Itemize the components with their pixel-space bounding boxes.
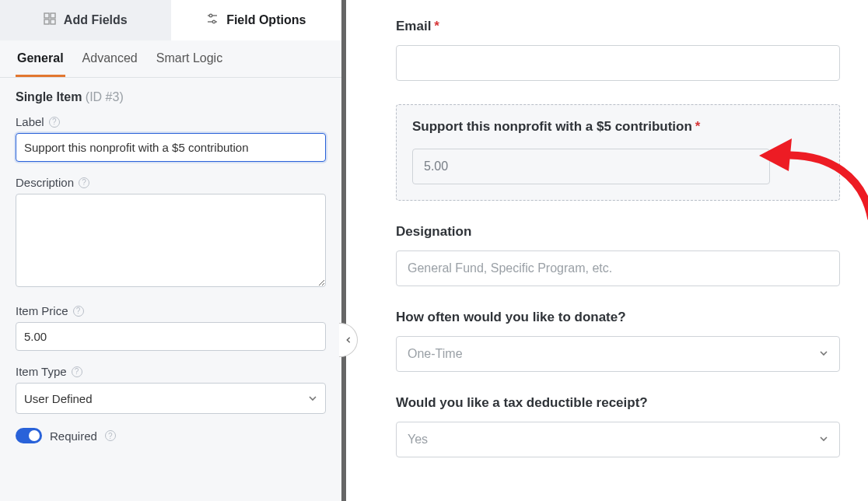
help-icon[interactable]: ?	[49, 117, 60, 128]
email-field[interactable]: Email*	[396, 19, 840, 81]
svg-rect-3	[51, 19, 55, 24]
label-field-group: Label ?	[16, 115, 326, 162]
tab-field-options[interactable]: Field Options	[171, 0, 342, 40]
options-sidebar: Add Fields Field Options General Advance…	[0, 0, 346, 501]
item-price-label: Item Price	[16, 304, 68, 317]
svg-point-5	[209, 14, 212, 17]
form-preview: Email* Support this nonprofit with a $5 …	[346, 0, 868, 501]
help-icon[interactable]: ?	[72, 366, 82, 377]
item-heading-name: Single Item	[16, 90, 82, 103]
tab-field-options-label: Field Options	[226, 13, 306, 27]
receipt-field-label: Would you like a tax deductible receipt?	[396, 395, 840, 411]
description-field-label-row: Description ?	[16, 176, 326, 189]
item-heading: Single Item (ID #3)	[16, 90, 326, 104]
item-price-label-row: Item Price ?	[16, 304, 326, 317]
receipt-select[interactable]: Yes	[396, 422, 840, 457]
support-amount-value: 5.00	[424, 159, 448, 173]
support-field-label: Support this nonprofit with a $5 contrib…	[412, 119, 824, 135]
chevron-left-icon	[345, 333, 352, 347]
app-root: Add Fields Field Options General Advance…	[0, 0, 868, 501]
subtab-smart-logic[interactable]: Smart Logic	[155, 40, 224, 77]
designation-input[interactable]: General Fund, Specific Program, etc.	[396, 250, 840, 286]
description-field-group: Description ?	[16, 176, 326, 290]
grid-icon	[44, 12, 56, 28]
panel-body: Single Item (ID #3) Label ? Description …	[0, 78, 341, 501]
sliders-icon	[206, 12, 219, 28]
frequency-value: One-Time	[408, 347, 463, 361]
designation-placeholder-text: General Fund, Specific Program, etc.	[408, 261, 612, 275]
svg-point-7	[212, 20, 215, 23]
chevron-down-icon	[819, 348, 828, 360]
subtab-advanced[interactable]: Advanced	[81, 40, 139, 77]
help-icon[interactable]: ?	[105, 430, 116, 441]
support-field-selected[interactable]: Support this nonprofit with a $5 contrib…	[396, 104, 840, 201]
tab-add-fields[interactable]: Add Fields	[0, 0, 171, 40]
item-type-select[interactable]: User Defined	[16, 383, 326, 414]
item-heading-id: (ID #3)	[86, 90, 124, 103]
svg-rect-2	[44, 19, 49, 24]
support-label-text: Support this nonprofit with a $5 contrib…	[412, 119, 692, 134]
label-field-label: Label	[16, 115, 44, 128]
email-input[interactable]	[396, 45, 840, 81]
frequency-field-label: How often would you like to donate?	[396, 310, 840, 325]
required-toggle-row: Required ?	[16, 428, 326, 443]
email-label-text: Email	[396, 19, 431, 33]
label-field-label-row: Label ?	[16, 115, 326, 128]
description-field-label: Description	[16, 176, 74, 189]
description-textarea[interactable]	[16, 194, 326, 287]
item-type-label-row: Item Type ?	[16, 365, 326, 378]
item-type-field-group: Item Type ? User Defined	[16, 365, 326, 414]
item-price-input[interactable]	[16, 322, 326, 351]
item-type-label: Item Type	[16, 365, 67, 378]
top-tabs: Add Fields Field Options	[0, 0, 341, 40]
svg-rect-1	[51, 13, 55, 18]
required-toggle[interactable]	[16, 428, 42, 443]
receipt-field[interactable]: Would you like a tax deductible receipt?…	[396, 395, 840, 457]
frequency-field[interactable]: How often would you like to donate? One-…	[396, 310, 840, 372]
designation-field-label: Designation	[396, 224, 840, 240]
item-price-field-group: Item Price ?	[16, 304, 326, 351]
subtab-general[interactable]: General	[16, 40, 65, 77]
required-indicator: *	[434, 19, 439, 33]
support-amount-input[interactable]: 5.00	[412, 149, 770, 184]
required-label: Required	[50, 429, 97, 443]
label-input[interactable]	[16, 133, 326, 162]
help-icon[interactable]: ?	[73, 306, 84, 317]
frequency-select[interactable]: One-Time	[396, 336, 840, 372]
svg-rect-0	[44, 13, 49, 18]
required-indicator: *	[695, 119, 701, 134]
designation-field[interactable]: Designation General Fund, Specific Progr…	[396, 224, 840, 286]
chevron-down-icon	[819, 433, 828, 446]
tab-add-fields-label: Add Fields	[64, 13, 128, 27]
sub-tabs: General Advanced Smart Logic	[0, 40, 341, 78]
item-type-value: User Defined	[24, 392, 93, 405]
email-field-label: Email*	[396, 19, 840, 34]
help-icon[interactable]: ?	[79, 177, 89, 188]
receipt-value: Yes	[408, 433, 428, 447]
chevron-down-icon	[308, 392, 317, 405]
